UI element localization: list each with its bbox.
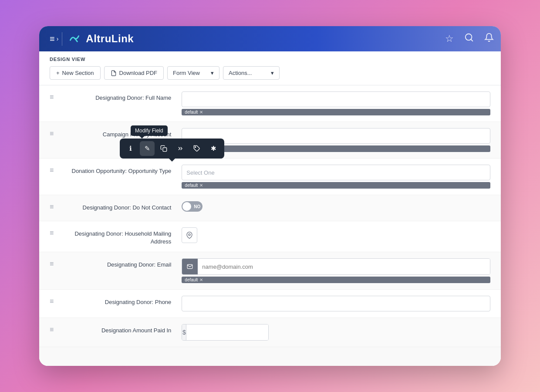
toggle-knob [182, 202, 191, 211]
address-button[interactable] [182, 227, 197, 243]
edit-action-button[interactable]: ✎ [140, 141, 155, 156]
toolbar: DESIGN VIEW + New Section Download PDF F… [39, 51, 501, 85]
drag-handle-icon[interactable]: ≡ [50, 93, 54, 101]
field-label: Donation Opportunity: Opportunity Type [60, 165, 182, 175]
main-window: ≡ › AltruLink ☆ [39, 26, 501, 366]
drag-handle-icon[interactable]: ≡ [50, 260, 54, 268]
svg-line-1 [471, 39, 472, 41]
logo-icon [68, 32, 81, 46]
dollar-input-wrapper: $ [182, 324, 269, 341]
badge-remove-button[interactable]: ✕ [199, 277, 203, 282]
table-row: ≡ Modify Field ℹ ✎ [39, 122, 501, 159]
hamburger-icon: ≡ [50, 34, 55, 44]
table-row: ≡ Designating Donor: Household Mailing A… [39, 221, 501, 252]
tooltip-text: Modify Field [135, 128, 163, 134]
actions-label: Actions... [229, 70, 252, 76]
move-action-button[interactable] [173, 141, 188, 156]
bell-icon[interactable] [484, 33, 494, 45]
chevron-right-icon: › [57, 35, 59, 42]
field-action-bar: ℹ ✎ [120, 139, 224, 159]
full-name-input[interactable] [182, 91, 490, 107]
email-icon [182, 259, 198, 274]
drag-handle-icon[interactable]: ≡ [50, 229, 54, 237]
table-row: ≡ Donation Opportunity: Opportunity Type… [39, 159, 501, 195]
field-input-area [182, 227, 490, 243]
field-input-area: NO [182, 201, 490, 212]
select-placeholder: Select One [186, 169, 214, 176]
header-actions: ☆ [445, 33, 494, 45]
drag-handle-icon[interactable]: ≡ [50, 297, 54, 305]
chevron-down-icon: ▾ [211, 70, 214, 76]
download-pdf-button[interactable]: Download PDF [104, 66, 164, 80]
new-section-label: New Section [62, 70, 94, 76]
form-area: ≡ Designating Donor: Full Name default ✕… [39, 85, 501, 366]
search-icon[interactable] [464, 33, 474, 45]
plus-icon: + [56, 70, 60, 76]
app-title: AltruLink [86, 33, 134, 45]
pdf-icon [111, 70, 117, 76]
location-icon [186, 232, 193, 239]
download-pdf-label: Download PDF [119, 70, 157, 76]
field-label: Designation Amount Paid In [60, 324, 182, 335]
default-badge: default ✕ [182, 145, 490, 152]
svg-rect-2 [163, 148, 167, 152]
badge-remove-button[interactable]: ✕ [199, 183, 203, 188]
field-label: Designating Donor: Email [60, 258, 182, 269]
drag-handle-icon[interactable]: ≡ [50, 326, 54, 334]
form-view-select[interactable]: Form View ▾ [167, 66, 219, 80]
field-input-area: default ✕ [182, 91, 490, 115]
actions-select[interactable]: Actions... ▾ [223, 66, 280, 80]
toolbar-buttons: + New Section Download PDF Form View ▾ A… [50, 66, 490, 80]
email-input-wrapper [182, 258, 490, 275]
hamburger-menu-button[interactable]: ≡ › [46, 32, 62, 46]
app-header: ≡ › AltruLink ☆ [39, 26, 501, 51]
drag-handle-icon[interactable]: ≡ [50, 166, 54, 174]
do-not-contact-toggle[interactable]: NO [182, 201, 202, 212]
design-view-label: DESIGN VIEW [50, 57, 490, 62]
table-row: ≡ Designating Donor: Do Not Contact NO [39, 195, 501, 221]
svg-point-4 [189, 234, 190, 236]
field-input-area: default ✕ [182, 258, 490, 283]
more-action-button[interactable]: ✱ [206, 141, 221, 156]
chevron-down-icon: ▾ [271, 70, 274, 76]
table-row: ≡ Designating Donor: Phone [39, 290, 501, 318]
table-row: ≡ Designating Donor: Email default ✕ [39, 252, 501, 290]
toggle-container: NO [182, 201, 490, 212]
envelope-icon [187, 264, 193, 270]
drag-handle-icon[interactable]: ≡ [50, 203, 54, 211]
table-row: ≡ Designating Donor: Full Name default ✕ [39, 85, 501, 122]
field-label: Designating Donor: Household Mailing Add… [60, 227, 182, 246]
info-action-button[interactable]: ℹ [123, 141, 138, 156]
field-input-area [182, 296, 490, 311]
field-input-area: default ✕ [182, 128, 490, 152]
default-badge: default ✕ [182, 182, 490, 189]
copy-action-button[interactable] [156, 141, 171, 156]
campaign-account-input[interactable] [182, 128, 490, 144]
drag-handle-icon[interactable]: ≡ [50, 130, 54, 138]
field-input-area: $ [182, 324, 490, 341]
dollar-prefix: $ [182, 324, 186, 340]
svg-point-3 [195, 147, 196, 148]
tag-action-button[interactable] [189, 141, 204, 156]
amount-input[interactable] [186, 324, 268, 340]
form-view-label: Form View [173, 70, 200, 76]
modify-field-tooltip: Modify Field [131, 125, 168, 136]
email-input[interactable] [198, 259, 490, 274]
badge-remove-button[interactable]: ✕ [199, 110, 203, 115]
opportunity-type-select[interactable]: Select One [182, 165, 490, 180]
phone-input[interactable] [182, 296, 490, 311]
table-row: ≡ Designation Amount Paid In $ [39, 318, 501, 347]
toggle-label: NO [194, 204, 200, 209]
default-badge: default ✕ [182, 109, 490, 115]
field-label: Designating Donor: Full Name [60, 91, 182, 102]
new-section-button[interactable]: + New Section [50, 66, 101, 80]
main-content: DESIGN VIEW + New Section Download PDF F… [39, 51, 501, 366]
field-label: Designating Donor: Phone [60, 296, 182, 306]
logo-area: AltruLink [68, 32, 440, 46]
field-label: Designating Donor: Do Not Contact [60, 201, 182, 212]
default-badge: default ✕ [182, 277, 490, 283]
star-icon[interactable]: ☆ [445, 33, 454, 44]
field-input-area: Select One default ✕ [182, 165, 490, 189]
